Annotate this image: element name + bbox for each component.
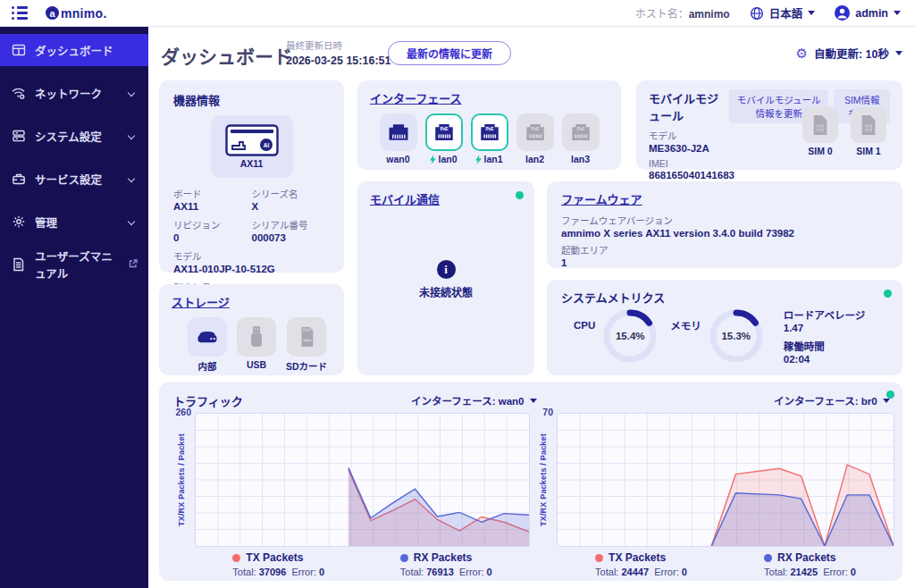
external-link-icon	[129, 258, 138, 271]
legend-rx-wan0: RX Packets Total: 76913 Error: 0	[400, 551, 492, 577]
field-uptime: 稼働時間02:04	[784, 339, 866, 365]
system-metrics-title: システムメトリクス	[561, 289, 888, 306]
legend-rx-br0: RX Packets Total: 21425 Error: 0	[764, 551, 856, 577]
sidebar-item-user-manual[interactable]: ユーザーズマニュアル	[0, 248, 148, 281]
cpu-value: 15.4%	[602, 308, 658, 364]
svg-text:PoE: PoE	[485, 127, 493, 131]
port-lan1: PoE lan1	[471, 113, 508, 164]
chevron-down-icon	[808, 11, 815, 15]
refresh-button[interactable]: 最新の情報に更新	[388, 41, 511, 65]
auto-update-label: 自動更新: 10秒	[814, 45, 889, 62]
cpu-donut: 15.4%	[602, 308, 658, 364]
sidebar-item-system-settings[interactable]: システム設定	[0, 120, 148, 152]
port-lan0: PoE lan0	[425, 113, 463, 164]
language-menu[interactable]: 日本語	[750, 4, 816, 21]
power-bolt-icon	[475, 155, 482, 164]
sidebar-item-label: ダッシュボード	[35, 42, 113, 59]
field-fw-version: ファームウェアバージョンamnimo X series AX11 version…	[561, 214, 888, 239]
sidebar-item-admin[interactable]: 管理	[0, 206, 148, 238]
amnimo-logo: a mnimo.	[46, 6, 107, 21]
power-bolt-icon	[430, 155, 436, 164]
auto-update-selector[interactable]: ⚙ 自動更新: 10秒	[796, 45, 903, 62]
last-update-value: 2026-03-25 15:16:51	[286, 55, 390, 67]
legend-label: TX Packets	[246, 551, 303, 564]
sim-label: SIM 1	[856, 146, 880, 156]
storage-usb: USB	[237, 317, 276, 373]
sidebar-item-service-settings[interactable]: サービス設定	[0, 163, 148, 195]
interfaces-title-link[interactable]: インターフェース	[370, 89, 609, 106]
memory-donut: 15.3%	[709, 308, 764, 364]
sim-0: SIM 0	[802, 107, 838, 156]
port-label: lan0	[438, 154, 457, 164]
interface-selector-br0[interactable]: インターフェース: br0	[774, 393, 890, 407]
storage-title-link[interactable]: ストレージ	[172, 293, 332, 310]
legend-tx-wan0: TX Packets Total: 37096 Error: 0	[232, 551, 324, 577]
sd-card-icon	[297, 324, 316, 349]
svg-text:PoE: PoE	[440, 127, 448, 131]
storage-label: 内部	[198, 359, 217, 373]
dashboard-icon	[11, 43, 26, 58]
sidebar-item-dashboard[interactable]: ダッシュボード	[0, 34, 148, 66]
firmware-title-link[interactable]: ファームウェア	[561, 190, 888, 207]
legend-label: TX Packets	[609, 551, 666, 564]
svg-text:PoE: PoE	[576, 127, 584, 131]
chevron-down-icon	[894, 11, 901, 15]
device-image-label: AX11	[240, 158, 264, 169]
status-dot	[886, 391, 894, 399]
user-menu[interactable]: admin	[835, 5, 901, 21]
hostname-value: amnimo	[689, 8, 730, 21]
internal-drive-icon	[195, 327, 220, 347]
connection-status: 未接続状態	[419, 284, 473, 299]
user-label: admin	[855, 7, 888, 20]
storage-sd: SDカード	[286, 317, 327, 373]
sidebar: ダッシュボード ネットワーク システム設定 サービス設定 管理 ユーザーズマニュ…	[0, 27, 148, 588]
usb-icon	[248, 324, 265, 349]
language-label: 日本語	[769, 4, 803, 21]
ethernet-icon	[386, 121, 411, 144]
toolbox-icon	[11, 172, 26, 187]
port-label: lan2	[525, 154, 544, 164]
topbar: a mnimo. ホスト名：amnimo 日本語 admin	[0, 0, 915, 27]
gear-icon	[11, 214, 26, 230]
manual-icon	[11, 257, 26, 273]
main-content: ダッシュボード 最終更新日時 2026-03-25 15:16:51 最新の情報…	[148, 27, 915, 588]
interface-selector-wan0[interactable]: インターフェース: wan0	[411, 393, 537, 407]
legend-label: RX Packets	[777, 551, 835, 564]
network-icon	[11, 86, 26, 101]
ethernet-poe-icon: PoE	[524, 122, 547, 143]
tx-legend-dot	[595, 554, 603, 562]
device-illustration-icon: AI	[225, 124, 279, 156]
memory-label: メモリ	[670, 318, 701, 332]
sim-label: SIM 0	[808, 146, 832, 156]
sidebar-item-network[interactable]: ネットワーク	[0, 77, 148, 109]
rx-legend-dot	[400, 554, 408, 562]
port-label: lan1	[483, 154, 502, 164]
legend-tx-br0: TX Packets Total: 24447 Error: 0	[595, 551, 687, 577]
y-axis-label-left: TX/RX Packets / Packet	[177, 413, 189, 547]
device-image: AI AX11	[211, 115, 293, 178]
hostname: ホスト名：amnimo	[635, 5, 730, 21]
status-dot	[884, 290, 892, 298]
selector-label: インターフェース: wan0	[411, 393, 525, 407]
gear-icon: ⚙	[796, 46, 808, 60]
port-label: lan3	[571, 154, 590, 164]
legend-label: RX Packets	[414, 551, 472, 564]
field-serial: シリアル番号000073	[252, 218, 331, 243]
user-avatar-icon	[835, 5, 850, 21]
sidebar-item-label: サービス設定	[35, 171, 102, 188]
sidebar-item-label: システム設定	[35, 128, 102, 145]
page-title: ダッシュボード	[161, 42, 292, 69]
traffic-card: トラフィック インターフェース: wan0 インターフェース: br0 260 …	[159, 382, 902, 581]
mobile-comm-card: モバイル通信 i 未接続状態	[357, 181, 534, 375]
sidebar-item-label: 管理	[35, 214, 57, 231]
field-board: ボードAX11	[173, 187, 252, 212]
svg-text:PoE: PoE	[531, 127, 539, 131]
logo-a-mark: a	[46, 6, 59, 20]
sim-1: SIM 1	[851, 107, 886, 156]
port-lan3: PoE lan3	[562, 113, 600, 164]
sim-card-icon	[810, 113, 830, 137]
menu-toggle-icon[interactable]	[12, 6, 28, 20]
mobile-comm-title-link[interactable]: モバイル通信	[370, 190, 522, 207]
server-icon	[11, 129, 26, 144]
field-load-average: ロードアベレージ1.47	[784, 307, 866, 333]
